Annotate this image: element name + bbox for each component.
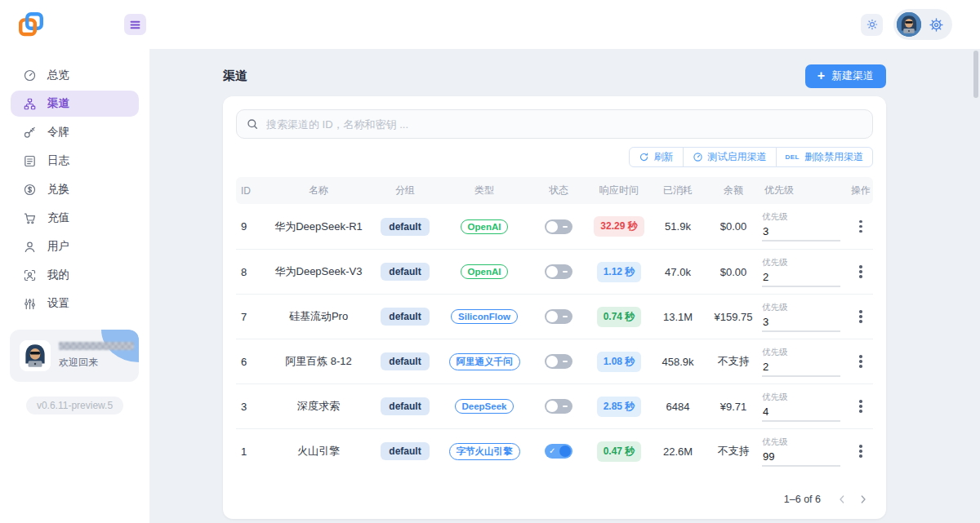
priority-input[interactable]: 3 [762,224,840,242]
response-time-badge[interactable]: 0.74 秒 [597,307,642,327]
check-icon: ✓ [549,445,555,457]
sitemap-icon [23,97,37,111]
group-badge: default [381,442,429,460]
sidebar-item-label: 渠道 [47,96,69,111]
table-row: 9 华为DeepSeek-R1 default OpenAI 32.29 秒 5… [236,204,873,249]
search-input[interactable] [236,109,873,139]
priority-label: 优先级 [762,437,788,448]
refresh-button[interactable]: 刷新 [629,147,684,167]
delete-disabled-channels-button[interactable]: DEL 删除禁用渠道 [776,147,874,167]
dash-icon [563,316,568,317]
sidebar-item-channels[interactable]: 渠道 [11,91,139,117]
theme-toggle-button[interactable] [861,14,883,36]
priority-input[interactable]: 2 [762,360,840,377]
response-time-badge[interactable]: 32.29 秒 [594,216,644,237]
table-row: 6 阿里百炼 8-12 default 阿里通义千问 1.08 秒 458.9k… [236,339,873,383]
hamburger-icon [129,19,141,31]
group-badge: default [381,263,429,281]
table-row: 1 火山引擎 default 字节火山引擎 ✓ 0.47 秒 22.6M 不支持… [236,428,873,473]
priority-input[interactable]: 4 [762,405,840,422]
priority-cell: 优先级 2 [762,347,849,377]
channel-id: 6 [236,356,265,368]
sidebar-item-tokens[interactable]: 令牌 [11,119,139,145]
channel-id: 9 [236,220,265,233]
sidebar-user-card[interactable]: 欢迎回来 [10,330,139,382]
response-time-badge[interactable]: 1.12 秒 [597,262,642,282]
row-actions-button[interactable] [853,397,869,416]
status-toggle[interactable] [545,354,572,369]
balance: $0.00 [705,220,762,233]
response-time-badge[interactable]: 0.47 秒 [597,441,642,462]
status-toggle[interactable] [545,219,572,234]
balance: ¥159.75 [705,311,762,323]
column-header: 类型 [439,184,530,197]
type-badge: DeepSeek [455,399,514,414]
priority-input[interactable]: 3 [762,315,840,332]
group-badge: default [381,218,429,236]
sidebar-item-label: 用户 [47,239,69,254]
sidebar-item-overview[interactable]: 总览 [11,62,139,88]
sidebar-item-topup[interactable]: 充值 [11,205,139,231]
dash-icon [563,406,568,407]
table-row: 8 华为DeepSeek-V3 default OpenAI 1.12 秒 47… [236,249,873,294]
channel-id: 7 [236,311,265,323]
response-time-badge[interactable]: 1.08 秒 [597,352,642,372]
app-logo-icon[interactable] [18,11,44,38]
priority-input[interactable]: 2 [762,270,840,287]
new-channel-button[interactable]: + 新建渠道 [805,64,886,88]
priority-cell: 优先级 99 [762,437,849,467]
sidebar-item-label: 令牌 [47,125,69,140]
type-badge: OpenAI [461,219,509,234]
toggle-knob [546,221,558,233]
plus-icon: + [817,69,825,82]
sidebar-item-settings[interactable]: 设置 [11,290,139,317]
type-badge: 阿里通义千问 [449,353,520,370]
balance: 不支持 [705,444,762,459]
document-icon [23,154,37,168]
channel-id: 8 [236,266,265,278]
row-actions-button[interactable] [853,441,869,461]
priority-label: 优先级 [762,257,788,268]
row-actions-button[interactable] [853,262,869,281]
row-actions-button[interactable] [853,307,869,326]
sidebar-item-logs[interactable]: 日志 [11,148,139,174]
previous-page-button[interactable] [835,493,849,506]
status-toggle[interactable] [545,264,572,279]
user-avatar [20,340,51,371]
priority-cell: 优先级 4 [762,392,849,422]
status-toggle[interactable] [545,399,572,414]
user-avatar[interactable] [897,12,921,37]
settings-gear-button[interactable] [929,17,944,33]
sidebar-item-profile[interactable]: 我的 [11,262,139,288]
priority-label: 优先级 [762,302,788,313]
toggle-knob [559,445,571,457]
priority-cell: 优先级 2 [762,257,849,287]
user-menu [893,9,952,40]
dash-icon [563,361,568,362]
cart-icon [23,211,37,225]
column-header: 优先级 [762,184,849,197]
sidebar-item-label: 充值 [47,211,69,225]
response-time-badge[interactable]: 2.85 秒 [597,397,642,417]
sidebar-item-users[interactable]: 用户 [11,233,139,259]
channel-name: 华为DeepSeek-R1 [265,219,372,234]
row-actions-button[interactable] [853,217,869,237]
priority-cell: 优先级 3 [762,211,849,242]
row-actions-button[interactable] [853,352,869,371]
page-scrollbar[interactable] [973,51,978,98]
sliders-icon [23,297,37,311]
channel-name: 深度求索 [265,399,372,414]
dash-icon [563,226,568,228]
channel-name: 华为DeepSeek-V3 [265,264,372,279]
toggle-knob [546,401,558,412]
status-toggle[interactable] [545,309,572,324]
table-header: ID名称分组类型状态响应时间已消耗余额优先级操作 [236,177,873,204]
sidebar-item-redeem[interactable]: 兑换 [11,176,139,202]
next-page-button[interactable] [857,493,870,506]
sidebar-collapse-button[interactable] [124,14,146,35]
priority-input[interactable]: 99 [762,450,840,467]
status-toggle[interactable]: ✓ [545,444,572,459]
test-enabled-channels-button[interactable]: 测试启用渠道 [683,147,777,167]
channel-id: 3 [236,401,265,413]
toggle-knob [546,356,558,367]
